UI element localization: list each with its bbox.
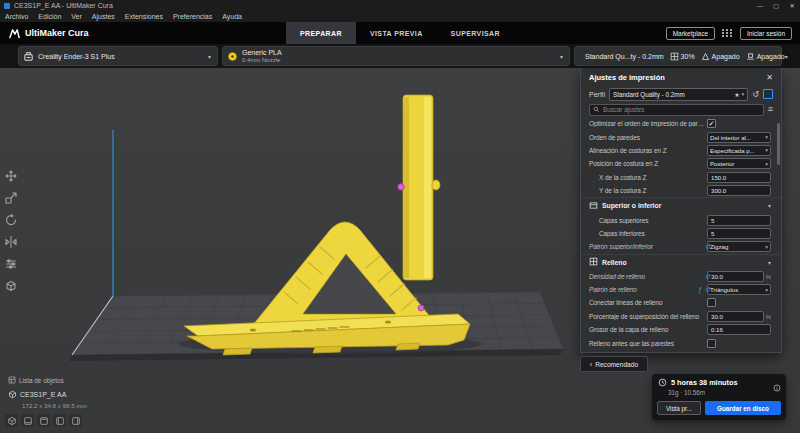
support-summary: Apagado bbox=[701, 52, 740, 61]
profile-row: Perfil Standard Quality - 0.2mm ★ ▾ ↺ bbox=[581, 86, 781, 102]
input-x-de-la-costura-z[interactable]: 150.0 bbox=[707, 172, 771, 183]
profile-compare-icon[interactable] bbox=[763, 89, 773, 99]
settings-search-input[interactable]: Buscar ajustes bbox=[589, 104, 764, 116]
input-densidad-de-relleno[interactable]: 30.0 bbox=[707, 271, 764, 282]
setting-row-optimizar-el-orden-de-impresion-de-paredes[interactable]: Optimizar el orden de impresión de pared… bbox=[581, 117, 781, 130]
marketplace-button[interactable]: Marketplace bbox=[666, 27, 715, 40]
input-capas-superiores[interactable]: 5 bbox=[707, 215, 771, 226]
setting-row-patron-superior-inferior[interactable]: Patrón superior/inferior↺Zigzag▾ bbox=[581, 240, 781, 253]
chevron-down-icon[interactable]: ▾ bbox=[768, 202, 771, 209]
chevron-down-icon: ▾ bbox=[765, 287, 768, 293]
menu-extensiones[interactable]: Extensiones bbox=[120, 13, 168, 20]
settings-visibility-menu-icon[interactable]: ≡ bbox=[768, 105, 773, 114]
select-orden-de-paredes[interactable]: Del interior al...▾ bbox=[707, 132, 771, 143]
checkbox-optimizar-el-orden-de-impresion-de-paredes[interactable]: ✓ bbox=[707, 119, 716, 128]
view-left-button[interactable] bbox=[53, 414, 66, 427]
setting-row-densidad-de-relleno[interactable]: Densidad de relleno↺30.0% bbox=[581, 270, 781, 283]
checkbox-conectar-lineas-de-relleno[interactable] bbox=[707, 298, 716, 307]
setting-row-capas-superiores[interactable]: Capas superiores5 bbox=[581, 213, 781, 226]
setting-row-posicion-de-costura-en-z[interactable]: Posición de costura en ZPosterior▾ bbox=[581, 157, 781, 170]
mirror-tool[interactable] bbox=[3, 234, 18, 249]
profile-dropdown[interactable]: Standard Quality - 0.2mm ★ ▾ bbox=[609, 88, 748, 101]
input-grosor-de-la-capa-de-relleno[interactable]: 0.16 bbox=[707, 324, 771, 335]
setting-label: Grosor de la capa de relleno bbox=[589, 326, 707, 333]
setting-row-orden-de-paredes[interactable]: Orden de paredesDel interior al...▾ bbox=[581, 130, 781, 143]
info-icon[interactable] bbox=[773, 378, 781, 396]
settings-section-relleno[interactable]: Relleno▾ bbox=[581, 254, 781, 270]
view-front-button[interactable] bbox=[21, 414, 34, 427]
menu-ajustes[interactable]: Ajustes bbox=[87, 13, 120, 20]
menu-ver[interactable]: Ver bbox=[66, 13, 87, 20]
select-value: Triángulos bbox=[710, 286, 738, 293]
setting-row-patron-de-relleno[interactable]: Patrón de relleno↺ƒTriángulos▾ bbox=[581, 283, 781, 296]
revert-icon[interactable]: ↺ bbox=[705, 273, 711, 281]
applications-grid-icon[interactable] bbox=[722, 29, 733, 37]
menu-ayuda[interactable]: Ayuda bbox=[217, 13, 247, 20]
view-3d-button[interactable] bbox=[5, 414, 18, 427]
input-y-de-la-costura-z[interactable]: 300.0 bbox=[707, 185, 771, 196]
setting-label: Patrón superior/inferior bbox=[589, 243, 707, 250]
profile-label: Perfil bbox=[589, 91, 605, 98]
printer-selector[interactable]: Creality Ender-3 S1 Plus ▾ bbox=[18, 46, 218, 66]
top-bottom-section-icon bbox=[589, 201, 598, 211]
input-porcentaje-de-superposicion-del-relleno[interactable]: 30.0 bbox=[707, 311, 764, 322]
setting-row-capas-inferiores[interactable]: Capas inferiores5 bbox=[581, 227, 781, 240]
setting-row-conectar-lineas-de-relleno[interactable]: Conectar líneas de relleno bbox=[581, 296, 781, 309]
revert-icon[interactable]: ↺ bbox=[705, 286, 711, 294]
chevron-down-icon[interactable]: ▾ bbox=[768, 259, 771, 266]
formula-icon[interactable]: ƒ bbox=[698, 286, 702, 293]
support-blocker-tool[interactable] bbox=[3, 278, 18, 293]
mirror-tool-icon bbox=[5, 236, 17, 248]
checkbox-relleno-antes-que-las-paredes[interactable] bbox=[707, 339, 716, 348]
setting-control: Especificada p...▾ bbox=[707, 145, 771, 156]
tab-vista-previa[interactable]: VISTA PREVIA bbox=[356, 22, 437, 44]
menu-preferencias[interactable]: Preferencias bbox=[168, 13, 217, 20]
revert-icon[interactable]: ↺ bbox=[705, 243, 711, 251]
setting-row-grosor-de-la-capa-de-relleno[interactable]: Grosor de la capa de relleno0.16 bbox=[581, 323, 781, 336]
input-capas-inferiores[interactable]: 5 bbox=[707, 228, 771, 239]
selected-model-row[interactable]: CE3S1P_E AA bbox=[8, 390, 66, 399]
print-settings-selector[interactable]: Standard Qu...ty - 0.2mm 30% Apagado Apa… bbox=[574, 46, 782, 66]
setting-row-alineacion-de-costuras-en-z[interactable]: Alineación de costuras en ZEspecificada … bbox=[581, 144, 781, 157]
select-patron-superior-inferior[interactable]: Zigzag▾ bbox=[707, 241, 771, 252]
object-list-toggle[interactable]: Lista de objetos bbox=[8, 376, 64, 384]
profile-summary-label: Standard Qu...ty - 0.2mm bbox=[585, 53, 664, 60]
printer-name: Creality Ender-3 S1 Plus bbox=[38, 53, 115, 60]
setting-row-x-de-la-costura-z[interactable]: X de la costura Z150.0 bbox=[581, 171, 781, 184]
print-time-row: 5 horas 38 minutos bbox=[658, 378, 738, 387]
setting-row-relleno-antes-que-las-paredes[interactable]: Relleno antes que las paredes bbox=[581, 336, 781, 349]
viewport-3d[interactable]: Ajustes de impresión ✕ Perfil Standard Q… bbox=[0, 68, 800, 433]
setting-row-porcentaje-de-superposicion-del-relleno[interactable]: Porcentaje de superposición del relleno3… bbox=[581, 310, 781, 323]
select-alineacion-de-costuras-en-z[interactable]: Especificada p...▾ bbox=[707, 145, 771, 156]
select-posicion-de-costura-en-z[interactable]: Posterior▾ bbox=[707, 158, 771, 169]
panel-scrollbar[interactable] bbox=[777, 123, 780, 165]
recommended-mode-button[interactable]: ‹ Recomendado bbox=[580, 356, 648, 372]
material-selector[interactable]: Generic PLA 0.4mm Nozzle ▾ bbox=[222, 46, 570, 66]
tab-preparar[interactable]: PREPARAR bbox=[286, 22, 356, 44]
model-base-hole bbox=[250, 329, 256, 332]
settings-section-superior-o-inferior[interactable]: Superior o inferior▾ bbox=[581, 197, 781, 213]
close-button[interactable]: ✕ bbox=[784, 0, 800, 11]
select-patron-de-relleno[interactable]: Triángulos▾ bbox=[707, 284, 771, 295]
tab-supervisar[interactable]: SUPERVISAR bbox=[437, 22, 514, 44]
rotate-tool[interactable] bbox=[3, 212, 18, 227]
scale-tool[interactable] bbox=[3, 190, 18, 205]
view-3d-icon bbox=[7, 416, 17, 426]
ultimaker-logo-icon bbox=[8, 28, 21, 39]
maximize-button[interactable]: ▢ bbox=[768, 0, 784, 11]
move-tool[interactable] bbox=[3, 168, 18, 183]
window-titlebar[interactable]: CE3S1P_E AA - UltiMaker Cura —▢✕ bbox=[0, 0, 800, 11]
sign-in-button[interactable]: Iniciar sesión bbox=[740, 27, 792, 40]
per-model-settings-tool[interactable] bbox=[3, 256, 18, 271]
preview-button[interactable]: Vista pr... bbox=[657, 401, 701, 415]
configuration-toolbar: Creality Ender-3 S1 Plus ▾ Generic PLA 0… bbox=[0, 44, 800, 68]
save-to-disk-button[interactable]: Guardar en disco bbox=[705, 401, 781, 415]
minimize-button[interactable]: — bbox=[752, 0, 768, 11]
profile-revert-icon[interactable]: ↺ bbox=[752, 90, 759, 99]
close-icon[interactable]: ✕ bbox=[766, 73, 773, 82]
menu-edicion[interactable]: Edición bbox=[33, 13, 66, 20]
view-right-button[interactable] bbox=[69, 414, 82, 427]
setting-row-y-de-la-costura-z[interactable]: Y de la costura Z300.0 bbox=[581, 184, 781, 197]
view-top-button[interactable] bbox=[37, 414, 50, 427]
menu-archivo[interactable]: Archivo bbox=[0, 13, 33, 20]
